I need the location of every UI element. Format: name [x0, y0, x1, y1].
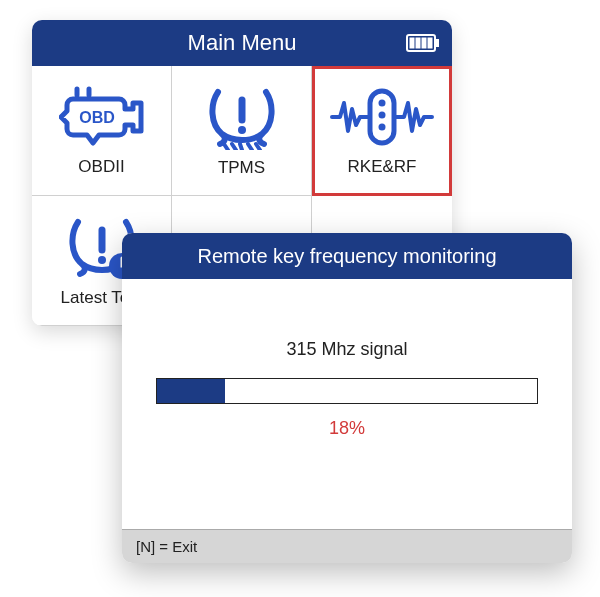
- svg-point-10: [379, 99, 386, 106]
- menu-item-label: OBDII: [78, 157, 124, 177]
- monitoring-body: 315 Mhz signal 18%: [122, 279, 572, 529]
- monitoring-title: Remote key frequency monitoring: [197, 245, 496, 268]
- menu-item-tpms[interactable]: TPMS: [172, 66, 312, 196]
- battery-icon: [406, 34, 440, 52]
- menu-item-rke-rf[interactable]: RKE&RF: [312, 66, 452, 196]
- svg-point-14: [98, 256, 106, 264]
- svg-rect-1: [436, 39, 439, 47]
- svg-text:OBD: OBD: [79, 109, 115, 126]
- monitoring-header: Remote key frequency monitoring: [122, 233, 572, 279]
- menu-item-label: RKE&RF: [348, 157, 417, 177]
- svg-point-12: [379, 123, 386, 130]
- svg-point-11: [379, 111, 386, 118]
- obd-icon: OBD: [59, 85, 145, 149]
- menu-item-label: TPMS: [218, 158, 265, 178]
- tpms-icon: [202, 84, 282, 150]
- signal-label: 315 Mhz signal: [156, 339, 538, 360]
- rke-rf-icon: [330, 85, 434, 149]
- progress-bar: [156, 378, 538, 404]
- svg-point-8: [238, 126, 246, 134]
- progress-percent: 18%: [156, 418, 538, 439]
- svg-rect-4: [422, 38, 427, 49]
- main-menu-title: Main Menu: [188, 30, 297, 56]
- svg-rect-3: [416, 38, 421, 49]
- progress-fill: [157, 379, 225, 403]
- menu-item-obdii[interactable]: OBD OBDII: [32, 66, 172, 196]
- svg-rect-5: [428, 38, 433, 49]
- svg-rect-2: [410, 38, 415, 49]
- main-menu-header: Main Menu: [32, 20, 452, 66]
- footer-hint: [N] = Exit: [122, 529, 572, 563]
- monitoring-window: Remote key frequency monitoring 315 Mhz …: [122, 233, 572, 563]
